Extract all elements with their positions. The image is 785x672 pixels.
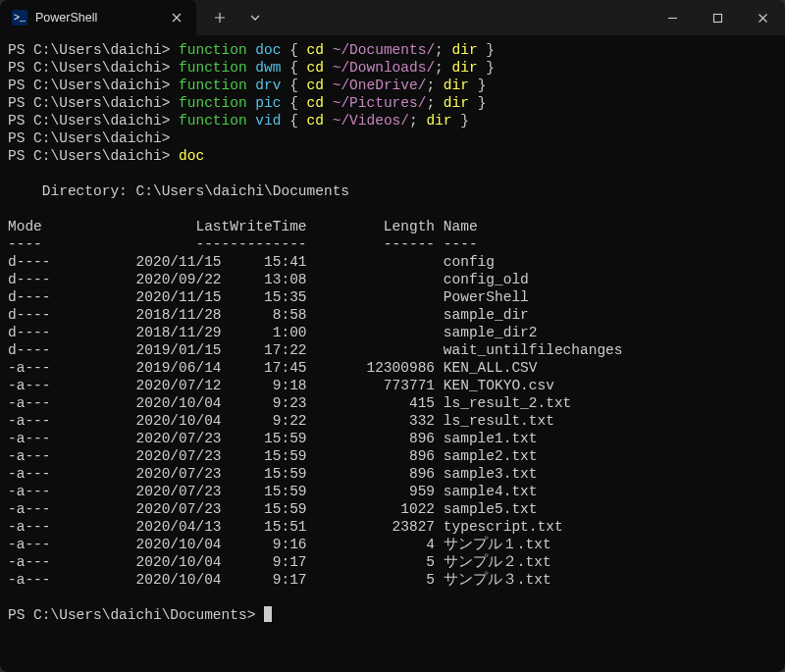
listing-row: -a--- 2020/07/23 15:59 1022 sample5.txt — [8, 500, 777, 518]
chevron-down-icon — [249, 12, 261, 24]
terminal-viewport[interactable]: PS C:\Users\daichi> function doc { cd ~/… — [0, 35, 785, 672]
close-icon — [172, 13, 182, 23]
window-close-button[interactable] — [740, 0, 785, 35]
directory-label: Directory: C:\Users\daichi\Documents — [8, 182, 777, 200]
tab-powershell[interactable]: >_ PowerShell — [0, 0, 196, 35]
terminal-line: PS C:\Users\daichi> function drv { cd ~/… — [8, 77, 777, 94]
listing-row: d---- 2019/01/15 17:22 wait_untilfilecha… — [8, 341, 777, 359]
tab-close-button[interactable] — [167, 8, 186, 27]
listing-row: -a--- 2020/10/04 9:23 415 ls_result_2.tx… — [8, 394, 777, 412]
listing-row: -a--- 2020/07/23 15:59 896 sample2.txt — [8, 447, 777, 465]
listing-row: -a--- 2020/10/04 9:16 4 サンプル１.txt — [8, 536, 777, 553]
listing-row: -a--- 2020/10/04 9:22 332 ls_result.txt — [8, 412, 777, 430]
window-controls — [650, 0, 785, 35]
terminal-line: PS C:\Users\daichi> function pic { cd ~/… — [8, 94, 777, 112]
minimize-button[interactable] — [650, 0, 695, 35]
listing-row: d---- 2018/11/28 8:58 sample_dir — [8, 306, 777, 324]
prompt-line[interactable]: PS C:\Users\daichi\Documents> — [8, 606, 777, 624]
terminal-line: PS C:\Users\daichi> doc — [8, 147, 777, 165]
terminal-line: PS C:\Users\daichi> — [8, 129, 777, 147]
minimize-icon — [667, 13, 678, 24]
maximize-icon — [712, 13, 723, 24]
maximize-button[interactable] — [695, 0, 740, 35]
terminal-line: PS C:\Users\daichi> function dwm { cd ~/… — [8, 59, 777, 77]
tab-dropdown-button[interactable] — [239, 3, 271, 32]
terminal-line: PS C:\Users\daichi> function doc { cd ~/… — [8, 41, 777, 59]
close-icon — [758, 13, 768, 24]
listing-row: d---- 2020/09/22 13:08 config_old — [8, 271, 777, 288]
tabbar-actions — [196, 0, 271, 35]
svg-rect-0 — [713, 14, 721, 22]
terminal-blank — [8, 200, 777, 218]
listing-row: d---- 2020/11/15 15:41 config — [8, 253, 777, 271]
listing-row: -a--- 2020/04/13 15:51 23827 typescript.… — [8, 518, 777, 536]
cursor — [264, 606, 272, 622]
new-tab-button[interactable] — [204, 3, 236, 32]
powershell-icon: >_ — [12, 10, 27, 26]
plus-icon — [214, 12, 226, 24]
listing-row: -a--- 2020/07/23 15:59 896 sample1.txt — [8, 430, 777, 447]
listing-header: Mode LastWriteTime Length Name — [8, 218, 777, 235]
terminal-blank — [8, 165, 777, 182]
titlebar-drag-region[interactable] — [271, 0, 650, 35]
listing-row: -a--- 2020/07/23 15:59 896 sample3.txt — [8, 465, 777, 483]
listing-row: d---- 2018/11/29 1:00 sample_dir2 — [8, 324, 777, 341]
terminal-line: PS C:\Users\daichi> function vid { cd ~/… — [8, 112, 777, 129]
window-titlebar: >_ PowerShell — [0, 0, 785, 35]
listing-row: -a--- 2020/10/04 9:17 5 サンプル３.txt — [8, 571, 777, 589]
tab-title: PowerShell — [35, 11, 159, 25]
listing-row: d---- 2020/11/15 15:35 PowerShell — [8, 288, 777, 306]
listing-underline: ---- ------------- ------ ---- — [8, 235, 777, 253]
listing-row: -a--- 2020/07/23 15:59 959 sample4.txt — [8, 483, 777, 500]
listing-row: -a--- 2020/07/12 9:18 773771 KEN_TOKYO.c… — [8, 377, 777, 394]
terminal-blank — [8, 589, 777, 606]
listing-row: -a--- 2019/06/14 17:45 12300986 KEN_ALL.… — [8, 359, 777, 377]
listing-row: -a--- 2020/10/04 9:17 5 サンプル２.txt — [8, 553, 777, 571]
